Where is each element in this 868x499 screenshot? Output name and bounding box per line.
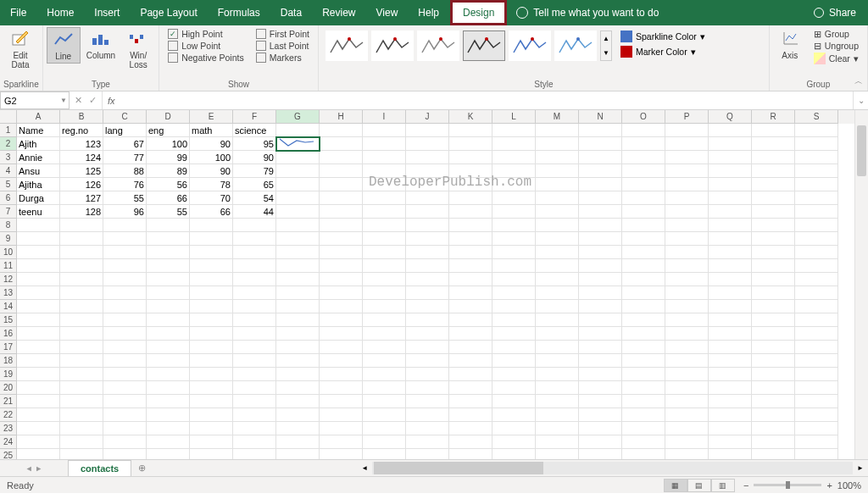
- row-header-9[interactable]: 9: [0, 232, 17, 246]
- cell-Q1[interactable]: [709, 124, 752, 137]
- cell-D21[interactable]: [147, 395, 190, 408]
- cell-M17[interactable]: [536, 341, 579, 354]
- cell-R23[interactable]: [752, 422, 795, 435]
- cell-B1[interactable]: reg.no: [60, 124, 103, 137]
- cell-H4[interactable]: [320, 164, 363, 178]
- cell-A18[interactable]: [17, 354, 60, 368]
- group-button[interactable]: ⊞Group: [814, 29, 859, 39]
- type-column-button[interactable]: Column: [82, 27, 120, 62]
- cell-B14[interactable]: [60, 300, 103, 313]
- cell-J10[interactable]: [406, 246, 449, 259]
- cell-M23[interactable]: [536, 422, 579, 435]
- cell-P19[interactable]: [665, 368, 709, 381]
- cell-K2[interactable]: [449, 137, 492, 151]
- cell-D16[interactable]: [147, 327, 190, 341]
- cell-K9[interactable]: [449, 232, 492, 246]
- cell-F24[interactable]: [233, 435, 276, 449]
- cell-G19[interactable]: [276, 368, 320, 381]
- cell-I9[interactable]: [363, 232, 406, 246]
- cell-Q11[interactable]: [709, 259, 752, 273]
- cell-R6[interactable]: [752, 191, 795, 205]
- cell-H7[interactable]: [320, 205, 363, 219]
- cell-R16[interactable]: [752, 327, 795, 341]
- column-header-H[interactable]: H: [320, 110, 363, 124]
- cell-S20[interactable]: [795, 381, 838, 395]
- row-header-24[interactable]: 24: [0, 435, 17, 449]
- style-option-6[interactable]: [554, 30, 597, 61]
- cell-M22[interactable]: [536, 408, 579, 422]
- cell-E15[interactable]: [190, 313, 233, 327]
- cell-K17[interactable]: [449, 341, 492, 354]
- cell-N9[interactable]: [579, 232, 622, 246]
- sheet-nav[interactable]: ◄ ►: [0, 460, 68, 476]
- collapse-ribbon-button[interactable]: ︿: [854, 75, 863, 87]
- cell-S12[interactable]: [795, 273, 838, 286]
- row-header-18[interactable]: 18: [0, 354, 17, 368]
- cell-G3[interactable]: [276, 151, 320, 164]
- cell-F9[interactable]: [233, 232, 276, 246]
- cell-N25[interactable]: [579, 449, 622, 459]
- cell-K12[interactable]: [449, 273, 492, 286]
- cell-J23[interactable]: [406, 422, 449, 435]
- cell-H12[interactable]: [320, 273, 363, 286]
- cell-I24[interactable]: [363, 435, 406, 449]
- cell-O23[interactable]: [622, 422, 665, 435]
- cell-S4[interactable]: [795, 164, 838, 178]
- cell-N22[interactable]: [579, 408, 622, 422]
- cell-A3[interactable]: Annie: [17, 151, 60, 164]
- cell-H8[interactable]: [320, 219, 363, 232]
- cell-J4[interactable]: [406, 164, 449, 178]
- cell-M8[interactable]: [536, 219, 579, 232]
- cell-A14[interactable]: [17, 300, 60, 313]
- cell-G22[interactable]: [276, 408, 320, 422]
- row-header-20[interactable]: 20: [0, 381, 17, 395]
- cell-I3[interactable]: [363, 151, 406, 164]
- cell-B8[interactable]: [60, 219, 103, 232]
- cell-A6[interactable]: Durga: [17, 191, 60, 205]
- cell-B20[interactable]: [60, 381, 103, 395]
- cell-F20[interactable]: [233, 381, 276, 395]
- cell-E5[interactable]: 78: [190, 178, 233, 191]
- cell-F18[interactable]: [233, 354, 276, 368]
- cell-G9[interactable]: [276, 232, 320, 246]
- cell-C23[interactable]: [103, 422, 147, 435]
- cell-B7[interactable]: 128: [60, 205, 103, 219]
- cell-E17[interactable]: [190, 341, 233, 354]
- cell-O2[interactable]: [622, 137, 665, 151]
- row-header-4[interactable]: 4: [0, 164, 17, 178]
- cell-O13[interactable]: [622, 286, 665, 300]
- sheet-tab-contacts[interactable]: contacts: [68, 460, 131, 476]
- ungroup-button[interactable]: ⊟Ungroup: [814, 41, 859, 51]
- expand-formula-bar[interactable]: ⌄: [853, 91, 868, 109]
- column-header-I[interactable]: I: [363, 110, 406, 124]
- cell-M13[interactable]: [536, 286, 579, 300]
- cell-G23[interactable]: [276, 422, 320, 435]
- scrollbar-thumb[interactable]: [374, 462, 543, 474]
- cell-H21[interactable]: [320, 395, 363, 408]
- column-header-E[interactable]: E: [190, 110, 233, 124]
- cell-M1[interactable]: [536, 124, 579, 137]
- cell-G16[interactable]: [276, 327, 320, 341]
- cell-G15[interactable]: [276, 313, 320, 327]
- cell-J17[interactable]: [406, 341, 449, 354]
- cell-D9[interactable]: [147, 232, 190, 246]
- cell-I14[interactable]: [363, 300, 406, 313]
- cell-F19[interactable]: [233, 368, 276, 381]
- cell-I23[interactable]: [363, 422, 406, 435]
- cell-A1[interactable]: Name: [17, 124, 60, 137]
- cell-L5[interactable]: [492, 178, 536, 191]
- cell-A22[interactable]: [17, 408, 60, 422]
- cell-I1[interactable]: [363, 124, 406, 137]
- cell-F14[interactable]: [233, 300, 276, 313]
- column-header-M[interactable]: M: [536, 110, 579, 124]
- row-header-8[interactable]: 8: [0, 219, 17, 232]
- cell-I13[interactable]: [363, 286, 406, 300]
- cell-N12[interactable]: [579, 273, 622, 286]
- row-header-13[interactable]: 13: [0, 286, 17, 300]
- cell-B3[interactable]: 124: [60, 151, 103, 164]
- row-header-2[interactable]: 2: [0, 137, 17, 151]
- cell-P6[interactable]: [665, 191, 709, 205]
- tab-formulas[interactable]: Formulas: [208, 0, 270, 25]
- cell-G24[interactable]: [276, 435, 320, 449]
- cell-A16[interactable]: [17, 327, 60, 341]
